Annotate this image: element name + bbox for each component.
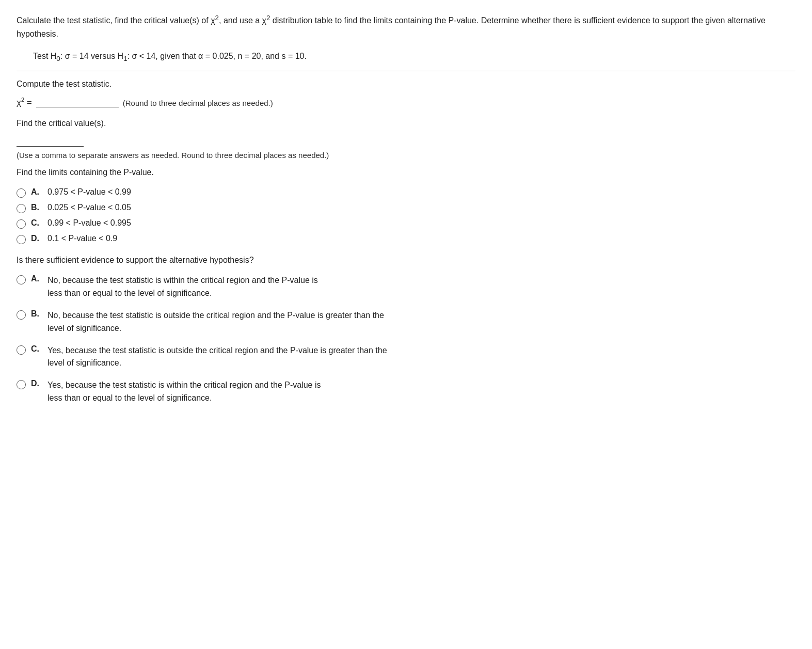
limits-text-a: 0.975 < P-value < 0.99 <box>47 187 131 197</box>
critical-value-input[interactable] <box>17 135 84 147</box>
sufficient-radio-b[interactable] <box>17 310 26 320</box>
sufficient-text-c: Yes, because the test statistic is outsi… <box>47 344 387 370</box>
limits-option-b[interactable]: B. 0.025 < P-value < 0.05 <box>17 203 795 213</box>
sufficient-radio-d[interactable] <box>17 380 26 389</box>
sufficient-label-c: C. <box>31 344 42 354</box>
limits-label-a: A. <box>31 187 42 197</box>
sufficient-option-a[interactable]: A. No, because the test statistic is wit… <box>17 274 795 300</box>
sufficient-question: Is there sufficient evidence to support … <box>17 256 795 265</box>
sufficient-radio-c[interactable] <box>17 345 26 355</box>
limits-text-b: 0.025 < P-value < 0.05 <box>47 203 131 212</box>
limits-option-d[interactable]: D. 0.1 < P-value < 0.9 <box>17 234 795 244</box>
sufficient-text-b: No, because the test statistic is outsid… <box>47 309 384 335</box>
limits-radio-b[interactable] <box>17 204 26 213</box>
sufficient-text-a: No, because the test statistic is within… <box>47 274 318 300</box>
limits-label-c: C. <box>31 218 42 228</box>
compute-label: Compute the test statistic. <box>17 80 795 89</box>
find-limits-label: Find the limits containing the P-value. <box>17 168 795 177</box>
test-statistic-input[interactable] <box>36 96 119 107</box>
limits-label-b: B. <box>31 203 42 212</box>
sufficient-option-c[interactable]: C. Yes, because the test statistic is ou… <box>17 344 795 370</box>
limits-option-c[interactable]: C. 0.99 < P-value < 0.995 <box>17 218 795 229</box>
chi-squared-symbol: χ2 = <box>17 97 32 108</box>
sufficient-option-b[interactable]: B. No, because the test statistic is out… <box>17 309 795 335</box>
sufficient-label-d: D. <box>31 379 42 388</box>
divider <box>17 71 795 71</box>
chi-equation-row: χ2 = (Round to three decimal places as n… <box>17 96 795 107</box>
problem-statement: Test H0: σ = 14 versus H1: σ < 14, given… <box>33 49 795 65</box>
sufficient-radio-a[interactable] <box>17 275 26 284</box>
round-note-test-stat: (Round to three decimal places as needed… <box>123 99 273 107</box>
sufficient-text-d: Yes, because the test statistic is withi… <box>47 379 321 405</box>
limits-option-a[interactable]: A. 0.975 < P-value < 0.99 <box>17 187 795 198</box>
limits-radio-group: A. 0.975 < P-value < 0.99 B. 0.025 < P-v… <box>17 187 795 244</box>
critical-section: Find the critical value(s). (Use a comma… <box>17 119 795 160</box>
sufficient-label-a: A. <box>31 274 42 283</box>
use-comma-note: (Use a comma to separate answers as need… <box>17 151 795 160</box>
limits-text-c: 0.99 < P-value < 0.995 <box>47 218 131 228</box>
limits-label-d: D. <box>31 234 42 243</box>
limits-radio-a[interactable] <box>17 188 26 198</box>
sufficient-label-b: B. <box>31 309 42 319</box>
sufficient-radio-group: A. No, because the test statistic is wit… <box>17 274 795 404</box>
critical-label: Find the critical value(s). <box>17 119 795 128</box>
limits-text-d: 0.1 < P-value < 0.9 <box>47 234 117 243</box>
limits-radio-c[interactable] <box>17 219 26 229</box>
limits-radio-d[interactable] <box>17 235 26 244</box>
intro-paragraph: Calculate the test statistic, find the c… <box>17 12 795 41</box>
sufficient-option-d[interactable]: D. Yes, because the test statistic is wi… <box>17 379 795 405</box>
